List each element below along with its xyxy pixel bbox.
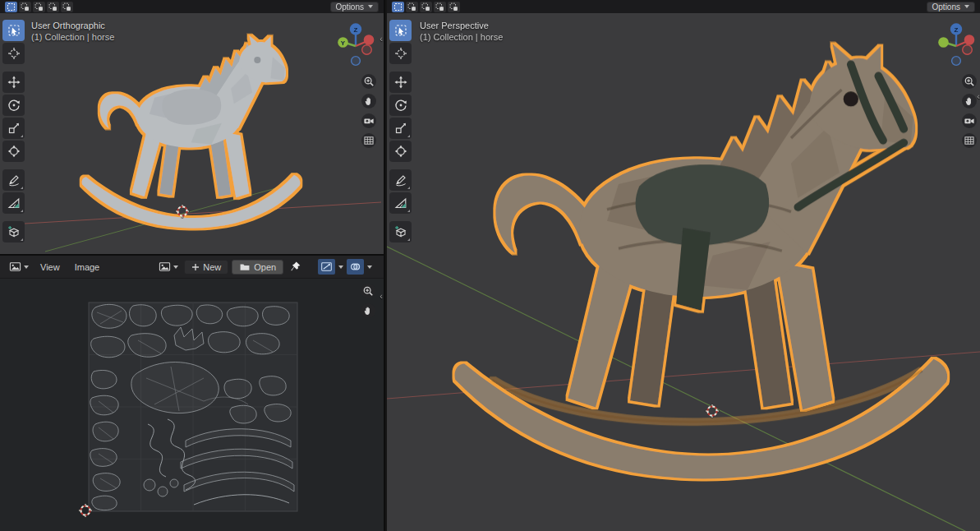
zoom-icon[interactable]: [361, 284, 375, 298]
gizmo-toggle-icon: [320, 261, 333, 273]
tool-transform[interactable]: [2, 141, 25, 162]
open-image-button[interactable]: Open: [232, 260, 283, 275]
select-mode-subtract-button[interactable]: [420, 2, 432, 12]
camera-view-icon[interactable]: [962, 113, 977, 128]
tool-add-cube[interactable]: [2, 221, 25, 242]
tool-select-box[interactable]: [389, 20, 412, 41]
options-label: Options: [932, 2, 960, 12]
uv-controls: [361, 284, 375, 318]
open-image-label: Open: [254, 262, 276, 272]
tool-transform[interactable]: [389, 141, 412, 162]
tool-measure[interactable]: [2, 192, 25, 214]
tool-select-box[interactable]: [2, 20, 25, 41]
tool-move[interactable]: [2, 72, 25, 93]
select-mode-set-button[interactable]: [392, 2, 404, 12]
tool-settings-bar: Options: [0, 0, 384, 13]
cursor-3d: [176, 205, 190, 219]
chevron-down-icon: [368, 5, 373, 8]
pin-icon: [289, 261, 301, 273]
uv-canvas[interactable]: [0, 278, 385, 531]
tool-cursor[interactable]: [2, 43, 25, 64]
zoom-icon[interactable]: [361, 74, 376, 89]
zoom-icon[interactable]: [962, 74, 977, 89]
navigation-gizmo[interactable]: Z: [935, 20, 978, 69]
tool-shelf: [2, 20, 25, 244]
gizmo-y-label: Y: [341, 39, 346, 47]
chevron-down-icon: [964, 5, 969, 8]
cursor-3d: [706, 404, 720, 418]
tool-annotate[interactable]: [2, 169, 25, 191]
viewport-controls: [361, 74, 376, 148]
rocking-horse-object-textured[interactable]: [454, 44, 947, 478]
chevron-down-icon: [338, 266, 343, 269]
show-overlays-button[interactable]: [347, 259, 364, 275]
select-mode-extend-button[interactable]: [19, 2, 31, 12]
tool-scale[interactable]: [2, 118, 25, 139]
gizmo-z-label: Z: [354, 26, 358, 34]
select-mode-subtract-button[interactable]: [33, 2, 45, 12]
camera-view-icon[interactable]: [361, 113, 376, 128]
tool-annotate[interactable]: [389, 169, 412, 191]
new-image-button[interactable]: New: [184, 260, 228, 275]
viewport-canvas-right[interactable]: [387, 13, 980, 531]
gizmo-z-label: Z: [955, 26, 959, 34]
pan-hand-icon[interactable]: [361, 94, 376, 109]
rocking-horse-object-clay[interactable]: [82, 35, 301, 228]
viewport-canvas-left[interactable]: [0, 13, 385, 256]
pin-button[interactable]: [287, 259, 304, 275]
viewport-3d-left: Options User Orthographic (1) Collection…: [0, 0, 385, 256]
viewport-3d-right: Options User Perspective (1) Collection …: [387, 0, 980, 531]
tool-settings-bar: Options: [387, 0, 980, 13]
options-button[interactable]: Options: [330, 2, 379, 12]
chevron-down-icon: [24, 266, 29, 269]
select-mode-intersect-button[interactable]: [448, 2, 460, 12]
chevron-down-icon: [367, 266, 372, 269]
options-label: Options: [336, 2, 364, 12]
uv-editor-header: View Image New Open: [0, 256, 384, 279]
tool-scale[interactable]: [389, 118, 412, 139]
new-image-label: New: [203, 262, 221, 272]
browse-image-button[interactable]: [156, 259, 181, 275]
sidebar-collapse-arrow[interactable]: ‹: [380, 35, 383, 43]
viewport-controls: [962, 74, 977, 148]
plus-icon: [191, 263, 200, 271]
select-mode-intersect-button[interactable]: [61, 2, 73, 12]
tool-rotate[interactable]: [2, 95, 25, 116]
chevron-down-icon: [173, 266, 178, 269]
sidebar-collapse-arrow[interactable]: ‹: [380, 292, 383, 300]
select-mode-invert-button[interactable]: [434, 2, 446, 12]
tool-rotate[interactable]: [389, 95, 412, 116]
blender-window: Options User Orthographic (1) Collection…: [0, 0, 980, 531]
menu-image[interactable]: Image: [69, 260, 106, 275]
folder-icon: [239, 261, 251, 273]
sidebar-collapse-arrow[interactable]: ‹: [977, 92, 980, 100]
menu-view[interactable]: View: [35, 260, 66, 275]
select-mode-extend-button[interactable]: [406, 2, 418, 12]
pan-hand-icon[interactable]: [962, 94, 977, 109]
tool-move[interactable]: [389, 72, 412, 93]
tool-shelf: [389, 20, 412, 244]
tool-add-cube[interactable]: [389, 221, 412, 242]
select-mode-invert-button[interactable]: [47, 2, 59, 12]
ortho-grid-icon[interactable]: [361, 133, 376, 148]
pan-hand-icon[interactable]: [361, 303, 375, 318]
options-button[interactable]: Options: [927, 2, 975, 12]
tool-measure[interactable]: [389, 192, 412, 214]
editor-type-button[interactable]: [7, 259, 31, 275]
show-gizmo-button[interactable]: [318, 259, 335, 275]
ortho-grid-icon[interactable]: [962, 133, 977, 148]
tool-cursor[interactable]: [389, 43, 412, 64]
select-mode-set-button[interactable]: [5, 2, 17, 12]
navigation-gizmo[interactable]: Z Y: [334, 20, 377, 69]
overlays-toggle-icon: [349, 261, 361, 273]
uv-image-editor: View Image New Open: [0, 256, 385, 531]
